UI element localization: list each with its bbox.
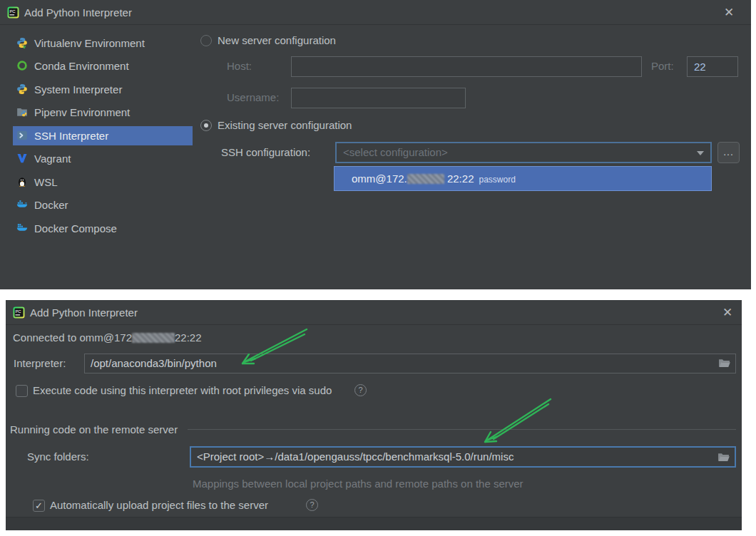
pipenv-folder-icon <box>16 106 28 118</box>
option-port: 22:22 <box>447 172 474 185</box>
pycharm-logo-icon: PC <box>7 6 19 19</box>
section-running-code-remote: Running code on the remote server <box>10 420 736 438</box>
username-label: Username: <box>227 88 279 107</box>
ssh-configuration-dropdown-popup: omm@172. 22:22password <box>334 166 712 191</box>
radio-new-server-label: New server configuration <box>218 31 336 50</box>
sidebar-item-label: SSH Interpreter <box>34 126 108 145</box>
dialog-titlebar: PC Add Python Interpreter ✕ <box>6 300 742 325</box>
redacted-ip-blur <box>132 333 175 343</box>
connected-port: 22:22 <box>175 331 202 344</box>
ssh-configuration-label: SSH configuration: <box>221 143 310 162</box>
help-icon[interactable]: ? <box>306 499 318 511</box>
radio-existing-server-configuration[interactable] <box>200 120 212 131</box>
interpreter-label: Interpreter: <box>14 354 66 373</box>
radio-existing-server-label: Existing server configuration <box>218 116 352 135</box>
vagrant-icon <box>16 153 28 164</box>
chevron-down-icon[interactable] <box>697 151 704 155</box>
auto-upload-checkbox-label: Automatically upload project files to th… <box>50 496 268 515</box>
sidebar-item-wsl[interactable]: WSL <box>13 172 193 192</box>
sidebar-item-label: Docker Compose <box>34 219 117 238</box>
sidebar-item-label: Vagrant <box>34 149 71 168</box>
host-label: Host: <box>227 57 252 76</box>
browse-folder-icon[interactable] <box>717 453 730 463</box>
browse-ssh-configurations-button[interactable]: ... <box>717 142 740 163</box>
python-virtualenv-icon: v <box>16 37 28 48</box>
browse-folder-icon[interactable] <box>718 359 730 368</box>
close-icon[interactable]: ✕ <box>719 304 736 321</box>
sidebar-item-label: Docker <box>34 195 68 215</box>
host-input[interactable] <box>291 56 642 77</box>
dialog-bottom-edge <box>6 517 742 530</box>
port-input[interactable] <box>687 56 738 77</box>
sidebar-item-docker[interactable]: Docker <box>13 195 193 215</box>
docker-compose-icon <box>16 222 28 234</box>
sync-folders-field[interactable]: <Project root>→/data1/opengauss/tpcc/ben… <box>190 446 736 468</box>
svg-text:PC: PC <box>15 309 21 314</box>
auto-upload-checkbox[interactable]: ✓ <box>33 500 45 512</box>
ssh-terminal-icon <box>16 130 28 141</box>
docker-whale-icon <box>16 199 28 210</box>
sidebar-item-label: Pipenv Environment <box>34 103 130 122</box>
svg-text:v: v <box>23 43 26 48</box>
connected-prefix: Connected to omm@172 <box>13 331 132 344</box>
dialog-title: Add Python Interpreter <box>24 0 132 25</box>
radio-new-server-configuration[interactable] <box>200 35 212 46</box>
sidebar-item-ssh-interpreter[interactable]: SSH Interpreter <box>13 126 193 145</box>
conda-icon <box>16 60 28 71</box>
username-input[interactable] <box>291 88 466 108</box>
help-icon[interactable]: ? <box>354 384 367 396</box>
add-interpreter-dialog-connected: PC Add Python Interpreter ✕ Connected to… <box>6 300 742 530</box>
python-icon <box>16 83 28 95</box>
dialog-title: Add Python Interpreter <box>30 300 138 325</box>
sidebar-item-label: System Interpreter <box>34 80 122 99</box>
close-icon[interactable]: ✕ <box>720 4 737 21</box>
sudo-checkbox[interactable] <box>16 385 28 397</box>
sidebar-item-vagrant[interactable]: Vagrant <box>13 149 193 168</box>
pycharm-logo-icon: PC <box>13 306 25 319</box>
sidebar-item-label: WSL <box>34 172 58 192</box>
sync-folders-label: Sync folders: <box>27 448 89 466</box>
section-header-text: Running code on the remote server <box>10 423 178 436</box>
sidebar-item-label: Virtualenv Environment <box>34 34 145 53</box>
add-interpreter-dialog-ssh-select: PC Add Python Interpreter ✕ v Virtualenv… <box>0 0 751 289</box>
sidebar-item-system-interpreter[interactable]: System Interpreter <box>13 80 193 99</box>
sync-folders-hint: Mappings between local project paths and… <box>193 475 523 493</box>
interpreter-path-field[interactable]: /opt/anaconda3/bin/python <box>84 354 736 373</box>
redacted-ip-blur <box>407 174 444 184</box>
port-label: Port: <box>651 57 674 76</box>
interpreter-path-value: /opt/anaconda3/bin/python <box>91 357 217 369</box>
combobox-placeholder: <select configuration> <box>343 143 448 162</box>
ssh-configuration-combobox[interactable]: <select configuration> <box>335 142 712 163</box>
option-user-host: omm@172. <box>352 172 407 185</box>
sidebar-item-label: Conda Environment <box>34 56 129 76</box>
sudo-checkbox-label: Execute code using this interpreter with… <box>33 381 332 400</box>
dropdown-option-omm-host[interactable]: omm@172. 22:22password <box>334 167 711 190</box>
svg-text:PC: PC <box>9 9 16 14</box>
dialog-titlebar: PC Add Python Interpreter ✕ <box>0 0 751 25</box>
sidebar-item-conda[interactable]: Conda Environment <box>13 56 193 76</box>
sidebar-item-pipenv[interactable]: Pipenv Environment <box>13 103 193 122</box>
section-divider <box>188 429 736 430</box>
linux-penguin-icon <box>16 176 28 187</box>
option-auth-type: password <box>479 175 515 185</box>
sync-folders-value: <Project root>→/data1/opengauss/tpcc/ben… <box>197 450 514 463</box>
sidebar-item-virtualenv[interactable]: v Virtualenv Environment <box>13 34 193 53</box>
connected-status-text: Connected to omm@17222:22 <box>13 329 202 347</box>
sidebar-item-docker-compose[interactable]: Docker Compose <box>13 219 193 238</box>
